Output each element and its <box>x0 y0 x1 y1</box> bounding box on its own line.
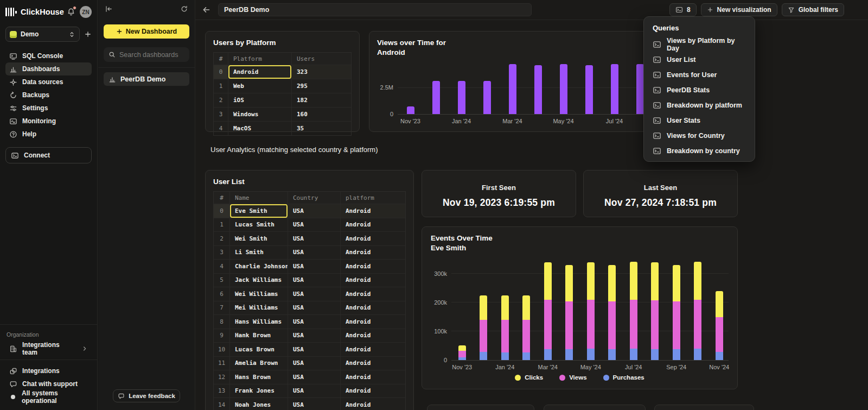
table-cell[interactable]: Jack Williams <box>230 274 288 287</box>
table-cell[interactable]: iOS <box>228 93 292 107</box>
table-cell[interactable]: Windows <box>228 108 292 121</box>
sidebar-item-chat-with-support[interactable]: Chat with support <box>5 377 92 390</box>
table-cell[interactable]: 2 <box>214 93 228 107</box>
table-row[interactable]: 0Eve SmithUSAAndroid <box>214 204 405 218</box>
workspace-select[interactable]: Demo <box>5 27 80 42</box>
sidebar-item-monitoring[interactable]: Monitoring <box>5 115 92 128</box>
table-cell[interactable]: 3 <box>214 246 230 260</box>
table-cell[interactable]: Hank Brown <box>230 329 288 343</box>
table-cell[interactable]: 0 <box>214 65 228 79</box>
table-row[interactable]: 5Jack WilliamsUSAAndroid <box>214 274 405 288</box>
table-cell[interactable]: Android <box>341 301 405 315</box>
table-cell[interactable]: USA <box>288 274 341 287</box>
table-cell[interactable]: Android <box>341 370 405 384</box>
table-row[interactable]: 1Web295 <box>214 79 351 93</box>
sidebar-item-data-sources[interactable]: Data sources <box>5 75 92 89</box>
table-cell[interactable]: Android <box>341 384 405 398</box>
table-cell[interactable]: 3 <box>214 108 228 121</box>
table-cell[interactable]: 6 <box>214 287 230 301</box>
back-arrow-icon[interactable] <box>202 5 210 14</box>
query-menu-item[interactable]: User Stats <box>644 113 755 128</box>
connect-button[interactable]: Connect <box>5 147 92 163</box>
table-row[interactable]: 2iOS182 <box>214 93 351 108</box>
table-cell[interactable]: 14 <box>214 398 230 410</box>
sidebar-item-all-systems-operational[interactable]: All systems operational <box>5 390 92 403</box>
table-cell[interactable]: 295 <box>292 79 351 93</box>
table-cell[interactable]: Mei Williams <box>230 301 288 315</box>
table-cell[interactable]: Android <box>228 65 292 79</box>
table-cell[interactable]: 11 <box>214 357 230 370</box>
legend-item[interactable]: Views <box>559 374 586 381</box>
table-row[interactable]: 8Hans WilliamsUSAAndroid <box>214 315 405 329</box>
table-cell[interactable]: Charlie Johnson <box>230 260 288 273</box>
table-cell[interactable]: 7 <box>214 301 230 315</box>
sidebar-item-integrations[interactable]: Integrations <box>5 364 92 377</box>
query-menu-item[interactable]: Views by Platform by Day <box>644 37 755 52</box>
table-cell[interactable]: 1 <box>214 79 228 93</box>
table-row[interactable]: 11Amelia BrownUSAAndroid <box>214 357 405 371</box>
table-cell[interactable]: Android <box>341 315 405 329</box>
table-cell[interactable]: MacOS <box>228 122 292 135</box>
table-row[interactable]: 13Frank JonesUSAAndroid <box>214 384 405 399</box>
query-menu-item[interactable]: Events for User <box>644 67 755 83</box>
leave-feedback-button[interactable]: Leave feedback <box>113 389 180 402</box>
sidebar-item-help[interactable]: Help <box>5 128 92 141</box>
table-cell[interactable]: Android <box>341 357 405 370</box>
table-cell[interactable]: USA <box>288 357 341 370</box>
sidebar-item-sql-console[interactable]: SQL Console <box>5 49 92 62</box>
table-cell[interactable]: USA <box>288 343 341 356</box>
table-cell[interactable]: Android <box>341 287 405 301</box>
query-menu-item[interactable]: Views for Country <box>644 128 755 143</box>
table-cell[interactable]: Android <box>341 260 405 273</box>
table-cell[interactable]: 160 <box>292 108 351 121</box>
query-menu-item[interactable]: User List <box>644 52 755 67</box>
avatar[interactable]: ZN <box>80 6 92 18</box>
table-row[interactable]: 12Hans BrownUSAAndroid <box>214 370 405 384</box>
collapse-sidebar-icon[interactable] <box>105 5 113 13</box>
table-cell[interactable]: 182 <box>292 93 351 107</box>
notifications-bell-icon[interactable] <box>67 8 75 16</box>
table-cell[interactable]: Hans Brown <box>230 370 288 384</box>
table-cell[interactable]: Android <box>341 274 405 287</box>
table-cell[interactable]: 4 <box>214 260 230 273</box>
table-cell[interactable]: USA <box>288 301 341 315</box>
table-cell[interactable]: Android <box>341 204 405 218</box>
table-cell[interactable]: USA <box>288 246 341 260</box>
table-row[interactable]: 3Li SmithUSAAndroid <box>214 246 405 260</box>
sidebar-item-integrations-team[interactable]: Integrations team <box>5 342 92 355</box>
table-cell[interactable]: Android <box>341 246 405 260</box>
new-dashboard-button[interactable]: New Dashboard <box>104 24 189 39</box>
queries-count-button[interactable]: 8 <box>669 3 697 16</box>
table-cell[interactable]: 12 <box>214 370 230 384</box>
table-cell[interactable]: USA <box>288 204 341 218</box>
table-cell[interactable]: 1 <box>214 218 230 232</box>
dashboard-list-item[interactable]: PeerDB Demo <box>104 72 189 86</box>
table-row[interactable]: 6Wei WilliamsUSAAndroid <box>214 287 405 301</box>
query-menu-item[interactable]: Breakdown by country <box>644 143 755 159</box>
sidebar-item-settings[interactable]: Settings <box>5 102 92 115</box>
table-row[interactable]: 4MacOS35 <box>214 122 351 135</box>
table-row[interactable]: 0Android323 <box>214 65 351 79</box>
table-cell[interactable]: Android <box>341 329 405 343</box>
table-row[interactable]: 10Lucas BrownUSAAndroid <box>214 343 405 357</box>
table-row[interactable]: 3Windows160 <box>214 108 351 122</box>
table-cell[interactable]: Hans Williams <box>230 315 288 329</box>
table-row[interactable]: 7Mei WilliamsUSAAndroid <box>214 301 405 316</box>
table-cell[interactable]: 8 <box>214 315 230 329</box>
legend-item[interactable]: Purchases <box>603 374 644 381</box>
table-cell[interactable]: Eve Smith <box>230 204 288 218</box>
legend-item[interactable]: Clicks <box>515 374 543 381</box>
table-cell[interactable]: 2 <box>214 232 230 245</box>
table-cell[interactable]: 4 <box>214 122 228 135</box>
table-row[interactable]: 1Lucas SmithUSAAndroid <box>214 218 405 232</box>
search-dashboards-input[interactable] <box>119 51 184 59</box>
table-cell[interactable]: Lucas Brown <box>230 343 288 356</box>
table-cell[interactable]: 323 <box>292 65 351 79</box>
table-cell[interactable]: USA <box>288 384 341 398</box>
new-visualization-button[interactable]: New visualization <box>701 3 777 16</box>
refresh-icon[interactable] <box>180 5 188 13</box>
table-cell[interactable]: Android <box>341 232 405 245</box>
table-row[interactable]: 14Noah JonesUSAAndroid <box>214 398 405 410</box>
table-cell[interactable]: 5 <box>214 274 230 287</box>
dashboard-title-input[interactable] <box>218 3 532 16</box>
